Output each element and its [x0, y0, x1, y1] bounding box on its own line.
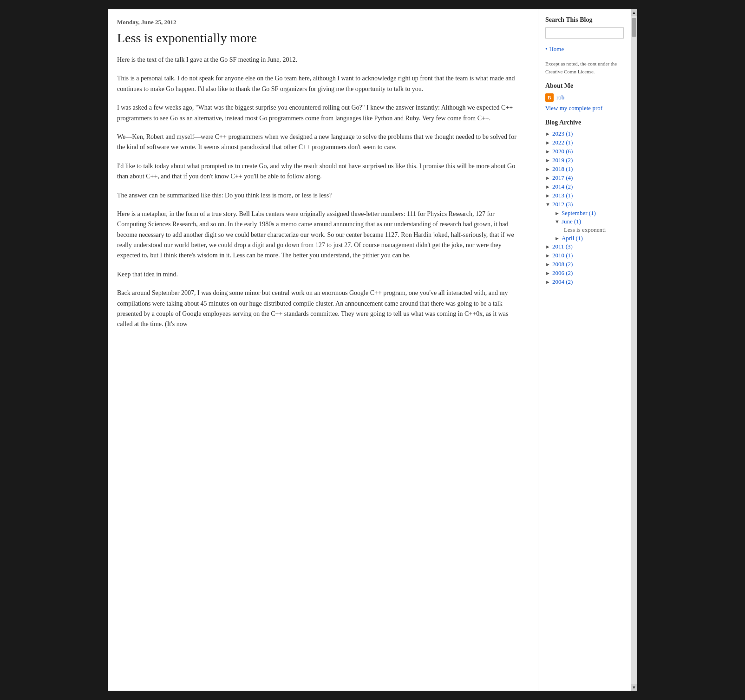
archive-year-link-2017[interactable]: 2017 (4): [552, 174, 573, 182]
archive-month-link-April[interactable]: April (1): [562, 235, 583, 242]
archive-year-link-2011[interactable]: 2011 (3): [552, 243, 573, 250]
archive-month-link-September[interactable]: September (1): [562, 209, 596, 217]
archive-year-2013: ► 2013 (1): [545, 192, 624, 199]
archive-month-link-June[interactable]: June (1): [562, 218, 581, 225]
archive-toggle-2020[interactable]: ►: [545, 149, 550, 154]
archive-toggle-2006[interactable]: ►: [545, 270, 550, 276]
archive-year-link-2018[interactable]: 2018 (1): [552, 165, 573, 173]
archive-year-2020: ► 2020 (6): [545, 148, 624, 155]
search-title: Search This Blog: [545, 16, 624, 24]
archive-toggle-2011[interactable]: ►: [545, 244, 550, 249]
archive-year-2006: ► 2006 (2): [545, 269, 624, 277]
post-date: Monday, June 25, 2012: [117, 19, 524, 26]
archive-toggle-2023[interactable]: ►: [545, 131, 550, 137]
archive-year-2017: ► 2017 (4): [545, 174, 624, 182]
archive-year-link-2006[interactable]: 2006 (2): [552, 269, 573, 277]
nav-item-home[interactable]: Home: [545, 46, 624, 53]
paragraph-3: I was asked a few weeks ago, "What was t…: [117, 103, 524, 124]
scroll-up-arrow[interactable]: ▲: [631, 9, 637, 16]
archive-year-link-2012[interactable]: 2012 (3): [552, 201, 573, 208]
archive-month-September: ► September (1): [555, 209, 624, 217]
about-me-title: About Me: [545, 82, 624, 90]
archive-year-2008: ► 2008 (2): [545, 261, 624, 268]
archive-year-2022: ► 2022 (1): [545, 139, 624, 146]
archive-toggle-month-September[interactable]: ►: [555, 210, 560, 216]
author-name-link[interactable]: rob: [556, 94, 564, 101]
blog-archive-title: Blog Archive: [545, 119, 624, 126]
archive-year-2018: ► 2018 (1): [545, 165, 624, 173]
paragraph-1: Here is the text of the talk I gave at t…: [117, 55, 524, 65]
view-profile-link[interactable]: View my complete prof: [545, 105, 624, 112]
archive-year-2012: ▼ 2012 (3): [545, 201, 624, 208]
archive-toggle-2013[interactable]: ►: [545, 193, 550, 198]
archive-year-link-2023[interactable]: 2023 (1): [552, 130, 573, 137]
scroll-down-arrow[interactable]: ▼: [631, 684, 637, 691]
scrollbar-thumb[interactable]: [632, 18, 636, 37]
archive-year-link-2013[interactable]: 2013 (1): [552, 192, 573, 199]
post-body: Here is the text of the talk I gave at t…: [117, 55, 524, 330]
archive-year-link-2019[interactable]: 2019 (2): [552, 157, 573, 164]
archive-year-link-2014[interactable]: 2014 (2): [552, 183, 573, 190]
blogger-icon: B: [545, 93, 554, 102]
archive-toggle-2022[interactable]: ►: [545, 140, 550, 145]
archive-toggle-2012[interactable]: ▼: [545, 202, 550, 207]
archive-year-2004: ► 2004 (2): [545, 278, 624, 286]
sidebar: Search This Blog Home Except as noted, t…: [538, 9, 631, 691]
archive-toggle-month-April[interactable]: ►: [555, 236, 560, 241]
main-with-scroll: Monday, June 25, 2012 Less is exponentia…: [108, 9, 538, 691]
archive-toggle-2019[interactable]: ►: [545, 157, 550, 163]
content-area: Monday, June 25, 2012 Less is exponentia…: [108, 9, 538, 691]
archive-year-2010: ► 2010 (1): [545, 252, 624, 259]
paragraph-9: Back around September 2007, I was doing …: [117, 288, 524, 330]
main-container: Monday, June 25, 2012 Less is exponentia…: [108, 9, 637, 691]
paragraph-4: We—Ken, Robert and myself—were C++ progr…: [117, 132, 524, 153]
about-me-section: B rob: [545, 93, 624, 102]
paragraph-5: I'd like to talk today about what prompt…: [117, 161, 524, 182]
archive-toggle-2010[interactable]: ►: [545, 253, 550, 258]
paragraph-8: Keep that idea in mind.: [117, 269, 524, 280]
archive-year-2014: ► 2014 (2): [545, 183, 624, 190]
archive-toggle-month-June[interactable]: ▼: [555, 219, 560, 224]
archive-toggle-2017[interactable]: ►: [545, 175, 550, 181]
archive-year-link-2008[interactable]: 2008 (2): [552, 261, 573, 268]
archive-toggle-2018[interactable]: ►: [545, 166, 550, 172]
search-input[interactable]: [545, 27, 624, 39]
paragraph-6: The answer can be summarized like this: …: [117, 190, 524, 201]
archive-year-2023: ► 2023 (1): [545, 130, 624, 137]
archive-month-April: ► April (1): [555, 235, 624, 242]
archive-year-2019: ► 2019 (2): [545, 157, 624, 164]
paragraph-7: Here is a metaphor, in the form of a tru…: [117, 209, 524, 261]
archive-toggle-2008[interactable]: ►: [545, 262, 550, 267]
archive-toggle-2004[interactable]: ►: [545, 279, 550, 285]
archive-year-link-2020[interactable]: 2020 (6): [552, 148, 573, 155]
sidebar-nav: Home: [545, 46, 624, 53]
archive-year-2011: ► 2011 (3): [545, 243, 624, 250]
archive-list: ► 2023 (1)► 2022 (1)► 2020 (6)► 2019 (2)…: [545, 130, 624, 286]
page-wrapper: Monday, June 25, 2012 Less is exponentia…: [0, 0, 745, 700]
archive-month-June: ▼ June (1): [555, 218, 624, 225]
archive-year-link-2010[interactable]: 2010 (1): [552, 252, 573, 259]
scrollbar[interactable]: ▲ ▼: [631, 9, 637, 691]
scrollbar-track[interactable]: [631, 16, 637, 685]
paragraph-2: This is a personal talk. I do not speak …: [117, 73, 524, 94]
post-title: Less is exponentially more: [117, 31, 524, 46]
home-link[interactable]: Home: [549, 46, 564, 52]
archive-year-link-2022[interactable]: 2022 (1): [552, 139, 573, 146]
archive-toggle-2014[interactable]: ►: [545, 184, 550, 190]
archive-year-link-2004[interactable]: 2004 (2): [552, 278, 573, 286]
archive-post-0: Less is exponenti: [564, 226, 624, 234]
cc-text: Except as noted, the cont under the Crea…: [545, 60, 624, 75]
